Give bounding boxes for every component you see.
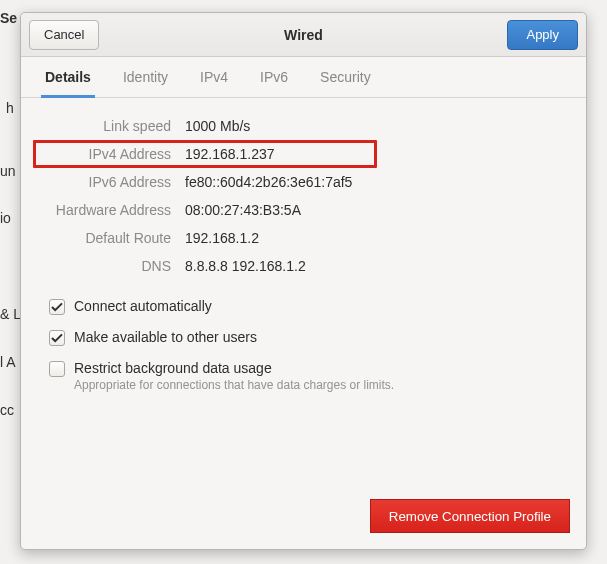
dialog-titlebar: Cancel Wired Apply bbox=[21, 13, 586, 57]
backdrop-text: h bbox=[6, 100, 14, 116]
cancel-button[interactable]: Cancel bbox=[29, 20, 99, 50]
tab-content-details: Link speed 1000 Mb/s IPv4 Address 192.16… bbox=[21, 98, 586, 487]
connect-automatically-row[interactable]: Connect automatically bbox=[43, 298, 564, 315]
check-icon bbox=[51, 332, 63, 344]
remove-connection-button[interactable]: Remove Connection Profile bbox=[370, 499, 570, 533]
apply-button[interactable]: Apply bbox=[507, 20, 578, 50]
dialog-footer: Remove Connection Profile bbox=[21, 487, 586, 549]
tab-ipv4[interactable]: IPv4 bbox=[196, 57, 232, 98]
dialog-title: Wired bbox=[21, 27, 586, 43]
hardware-address-value: 08:00:27:43:B3:5A bbox=[185, 202, 564, 218]
wired-connection-dialog: Cancel Wired Apply Details Identity IPv4… bbox=[20, 12, 587, 550]
ipv6-address-value: fe80::60d4:2b26:3e61:7af5 bbox=[185, 174, 564, 190]
available-other-users-checkbox[interactable] bbox=[49, 330, 65, 346]
link-speed-label: Link speed bbox=[43, 118, 171, 134]
backdrop-text: cc bbox=[0, 402, 14, 418]
tab-ipv6[interactable]: IPv6 bbox=[256, 57, 292, 98]
tab-details[interactable]: Details bbox=[41, 57, 95, 98]
ipv6-address-label: IPv6 Address bbox=[43, 174, 171, 190]
available-other-users-row[interactable]: Make available to other users bbox=[43, 329, 564, 346]
connect-automatically-label: Connect automatically bbox=[74, 298, 212, 314]
restrict-background-checkbox[interactable] bbox=[49, 361, 65, 377]
connect-automatically-checkbox[interactable] bbox=[49, 299, 65, 315]
backdrop-text: Se bbox=[0, 10, 17, 26]
backdrop-text: & L bbox=[0, 306, 21, 322]
default-route-value: 192.168.1.2 bbox=[185, 230, 564, 246]
dns-label: DNS bbox=[43, 258, 171, 274]
tab-identity[interactable]: Identity bbox=[119, 57, 172, 98]
ipv4-address-label: IPv4 Address bbox=[43, 146, 171, 162]
restrict-background-row[interactable]: Restrict background data usage Appropria… bbox=[43, 360, 564, 392]
default-route-label: Default Route bbox=[43, 230, 171, 246]
hardware-address-label: Hardware Address bbox=[43, 202, 171, 218]
backdrop-text: l A bbox=[0, 354, 16, 370]
backdrop-text: io bbox=[0, 210, 11, 226]
check-icon bbox=[51, 301, 63, 313]
link-speed-value: 1000 Mb/s bbox=[185, 118, 564, 134]
restrict-background-sublabel: Appropriate for connections that have da… bbox=[74, 378, 394, 392]
backdrop-text: un bbox=[0, 163, 16, 179]
ipv4-address-value: 192.168.1.237 bbox=[185, 146, 564, 162]
tab-bar: Details Identity IPv4 IPv6 Security bbox=[21, 57, 586, 98]
available-other-users-label: Make available to other users bbox=[74, 329, 257, 345]
tab-security[interactable]: Security bbox=[316, 57, 375, 98]
dns-value: 8.8.8.8 192.168.1.2 bbox=[185, 258, 564, 274]
restrict-background-label: Restrict background data usage bbox=[74, 360, 394, 376]
